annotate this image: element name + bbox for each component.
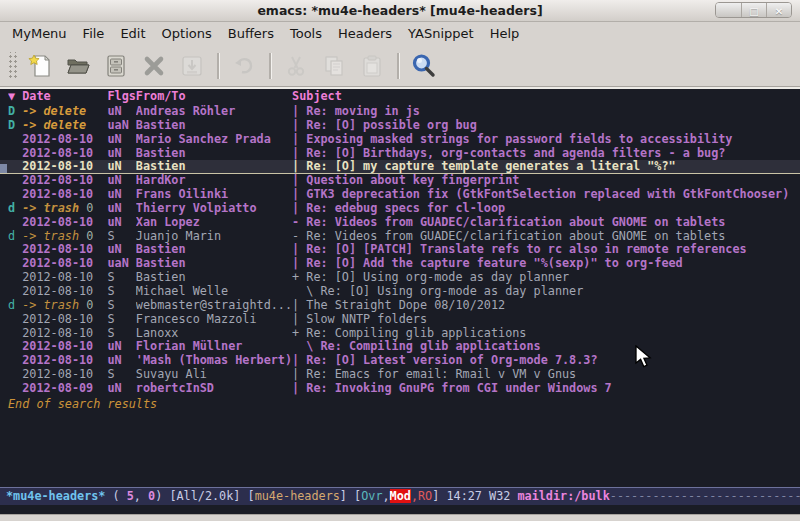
file-cabinet-button[interactable] bbox=[102, 51, 130, 81]
menu-edit[interactable]: Edit bbox=[112, 23, 153, 44]
search-button[interactable] bbox=[410, 51, 438, 81]
message-row[interactable]: 2012-08-10uNBastien| Re: [O] Birthdays, … bbox=[0, 147, 800, 161]
message-from: Bastien bbox=[136, 271, 292, 285]
save-icon bbox=[179, 53, 205, 79]
title-bar: emacs: *mu4e-headers* [mu4e-headers] _ □… bbox=[0, 0, 800, 22]
message-row[interactable]: 2012-08-10uNMario Sanchez Prada| Exposin… bbox=[0, 133, 800, 147]
message-row[interactable]: d-> trash 0Swebmaster@straightd...| The … bbox=[0, 299, 800, 313]
message-from: HardKor bbox=[136, 174, 292, 188]
message-row[interactable]: 2012-08-10uNFrans Oilinki| GTK3 deprecat… bbox=[0, 188, 800, 202]
undo-button bbox=[230, 51, 258, 81]
date-or-mark: -> trash 0 bbox=[22, 299, 107, 313]
date-or-mark: -> trash 0 bbox=[22, 230, 107, 244]
message-flags: uN bbox=[107, 243, 135, 257]
date-or-mark: 2012-08-10 bbox=[22, 133, 107, 147]
open-folder-button[interactable] bbox=[64, 51, 92, 81]
end-of-search-results: End of search results bbox=[0, 397, 800, 411]
window-frame-bottom bbox=[0, 514, 800, 521]
menu-help[interactable]: Help bbox=[482, 23, 528, 44]
close-buffer-button[interactable] bbox=[140, 51, 168, 81]
echo-area[interactable] bbox=[0, 505, 800, 514]
new-file-button[interactable] bbox=[26, 51, 54, 81]
message-row[interactable]: 2012-08-10uaNBastien| Re: [O] Add the ca… bbox=[0, 257, 800, 271]
message-row[interactable]: 2012-08-10uNHardKor| Question about key … bbox=[0, 174, 800, 188]
toolbar-separator bbox=[217, 53, 219, 79]
message-from: webmaster@straightd... bbox=[136, 299, 292, 313]
message-from: Michael Welle bbox=[136, 285, 292, 299]
mark-char bbox=[8, 340, 22, 354]
column-flags[interactable]: Flgs bbox=[107, 89, 135, 105]
date-or-mark: -> delete bbox=[22, 105, 107, 119]
message-row[interactable]: d-> trash 0uNThierry Volpiatto| Re: edeb… bbox=[0, 202, 800, 216]
column-date[interactable]: Date bbox=[22, 89, 107, 105]
menu-buffers[interactable]: Buffers bbox=[220, 23, 282, 44]
mark-char: D bbox=[8, 119, 22, 133]
menu-mymenu[interactable]: MyMenu bbox=[4, 23, 75, 44]
scissors-icon bbox=[283, 53, 309, 79]
message-from: robertcInSD bbox=[136, 382, 292, 396]
mark-char: d bbox=[8, 202, 22, 216]
message-flags: uN bbox=[107, 160, 135, 174]
message-flags: uN bbox=[107, 216, 135, 230]
message-row[interactable]: 2012-08-10uNXan Lopez- Re: Videos from G… bbox=[0, 216, 800, 230]
message-subject: | Re: [O] Birthdays, org-contacts and ag… bbox=[292, 147, 800, 161]
message-row[interactable]: 2012-08-10SSuvayu Ali| Re: Emacs for ema… bbox=[0, 368, 800, 382]
message-from: Frans Oilinki bbox=[136, 188, 292, 202]
mark-char bbox=[8, 313, 22, 327]
mode-line[interactable]: *mu4e-headers* ( 5, 0) [All/2.0k] [mu4e-… bbox=[0, 487, 800, 505]
mark-char bbox=[8, 174, 22, 188]
message-row[interactable]: 2012-08-09uNrobertcInSD| Re: Invoking Gn… bbox=[0, 382, 800, 396]
mark-char bbox=[8, 133, 22, 147]
maximize-button[interactable]: □ bbox=[741, 3, 766, 18]
column-subject[interactable]: Subject bbox=[292, 89, 800, 105]
message-row[interactable]: 2012-08-10SMichael Welle \ Re: [O] Using… bbox=[0, 285, 800, 299]
menu-options[interactable]: Options bbox=[154, 23, 220, 44]
headers-column-row: ▼DateFlgsFrom/ToSubject bbox=[0, 89, 800, 105]
window-title: emacs: *mu4e-headers* [mu4e-headers] bbox=[257, 3, 542, 18]
message-flags: S bbox=[107, 285, 135, 299]
menu-yasnippet[interactable]: YASnippet bbox=[400, 23, 482, 44]
sort-direction-icon[interactable]: ▼ bbox=[8, 89, 22, 105]
clipboard-icon bbox=[359, 53, 385, 79]
message-subject: | Re: [O] my capture template generates … bbox=[292, 160, 800, 174]
message-flags: uN bbox=[107, 188, 135, 202]
message-flags: S bbox=[107, 299, 135, 313]
message-row[interactable]: d-> trash 0SJuanjo Marin- Re: Videos fro… bbox=[0, 230, 800, 244]
message-row[interactable]: 2012-08-10SLanoxx+ Re: Compiling glib ap… bbox=[0, 327, 800, 341]
mark-char bbox=[8, 368, 22, 382]
message-subject: | GTK3 deprecation fix (GtkFontSelection… bbox=[292, 188, 800, 202]
message-from: Bastien bbox=[136, 257, 292, 271]
message-row[interactable]: D-> deleteuaNBastien| Re: [O] possible o… bbox=[0, 119, 800, 133]
message-from: Thierry Volpiatto bbox=[136, 202, 292, 216]
mark-char bbox=[8, 271, 22, 285]
search-icon bbox=[410, 52, 438, 80]
message-from: Florian Müllner bbox=[136, 340, 292, 354]
message-from: Juanjo Marin bbox=[136, 230, 292, 244]
message-row[interactable]: 2012-08-10uNBastien| Re: [O] my capture … bbox=[0, 160, 800, 174]
menu-headers[interactable]: Headers bbox=[330, 23, 400, 44]
message-from: 'Mash (Thomas Herbert) bbox=[136, 354, 292, 368]
tool-bar bbox=[0, 45, 800, 87]
column-from[interactable]: From/To bbox=[136, 89, 292, 105]
message-row[interactable]: 2012-08-10uNBastien| Re: [O] [PATCH] Tra… bbox=[0, 243, 800, 257]
message-subject: + Re: [O] Using org-mode as day planner bbox=[292, 271, 800, 285]
new-file-icon bbox=[27, 53, 53, 79]
message-subject: | Re: Invoking GnuPG from CGI under Wind… bbox=[292, 382, 800, 396]
toolbar-grip-icon[interactable] bbox=[7, 52, 17, 80]
message-row[interactable]: 2012-08-10SFrancesco Mazzoli| Slow NNTP … bbox=[0, 313, 800, 327]
message-flags: uN bbox=[107, 340, 135, 354]
modeline-line-number: 5 bbox=[127, 489, 134, 503]
menu-tools[interactable]: Tools bbox=[282, 23, 330, 44]
mark-char bbox=[8, 160, 22, 174]
message-row[interactable]: D-> deleteuNAndreas Röhler| Re: moving i… bbox=[0, 105, 800, 119]
menu-file[interactable]: File bbox=[75, 23, 113, 44]
message-subject: | Question about key fingerprint bbox=[292, 174, 800, 188]
save-button bbox=[178, 51, 206, 81]
minimize-button[interactable]: _ bbox=[716, 3, 741, 18]
close-button[interactable]: ✕ bbox=[766, 3, 791, 18]
message-row[interactable]: 2012-08-10uNFlorian Müllner \ Re: Compil… bbox=[0, 340, 800, 354]
message-row[interactable]: 2012-08-10uN'Mash (Thomas Herbert)| Re: … bbox=[0, 354, 800, 368]
modeline-plain: ] 14:27 W32 bbox=[432, 489, 517, 503]
scrollbar-thumb[interactable] bbox=[0, 164, 7, 173]
message-row[interactable]: 2012-08-10SBastien+ Re: [O] Using org-mo… bbox=[0, 271, 800, 285]
